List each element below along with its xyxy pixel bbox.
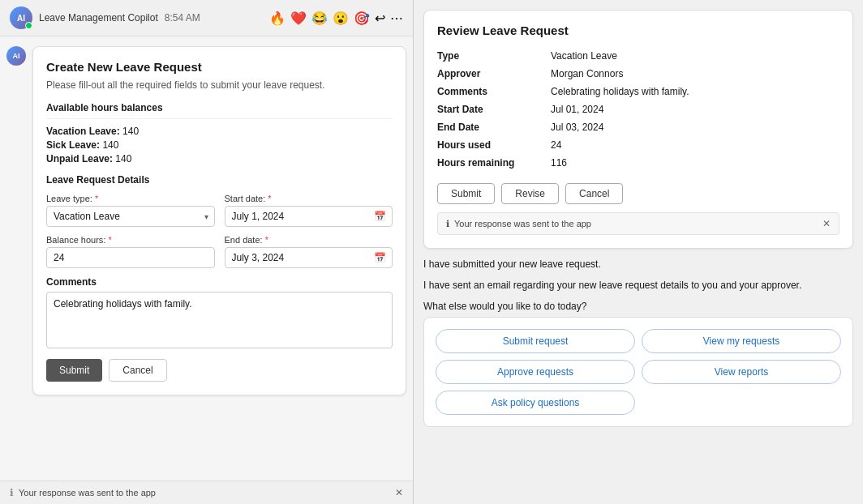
required-star-3: * xyxy=(108,235,111,245)
fire-emoji[interactable]: 🔥 xyxy=(269,11,286,26)
message-3: What else would you like to do today? xyxy=(423,299,853,314)
form-row-1: Leave type: * Vacation Leave Sick Leave … xyxy=(46,194,393,227)
field-value-hours-used: 24 xyxy=(551,136,839,154)
comments-label: Comments xyxy=(46,276,393,288)
leave-type-group: Leave type: * Vacation Leave Sick Leave … xyxy=(46,194,215,227)
sick-balance: Sick Leave: 140 xyxy=(46,139,393,151)
view-my-requests-button[interactable]: View my requests xyxy=(642,329,841,353)
details-section-title: Leave Request Details xyxy=(46,174,393,186)
table-row: Start Date Jul 01, 2024 xyxy=(437,100,839,118)
wow-emoji[interactable]: 😮 xyxy=(333,11,349,26)
online-badge xyxy=(25,22,32,29)
left-panel: AI Leave Management Copilot 8:54 AM 🔥 ❤️… xyxy=(0,0,414,504)
review-card: Review Leave Request Type Vacation Leave… xyxy=(423,10,853,249)
review-cancel-button[interactable]: Cancel xyxy=(565,183,623,204)
balance-hours-input[interactable] xyxy=(46,247,215,268)
table-row: Hours remaining 116 xyxy=(437,154,839,172)
chat-messages-right: I have submitted your new leave request.… xyxy=(423,257,853,314)
field-label-comments: Comments xyxy=(437,83,551,100)
chat-header: AI Leave Management Copilot 8:54 AM 🔥 ❤️… xyxy=(0,0,413,36)
balance-hours-group: Balance hours: * xyxy=(46,235,215,268)
field-label-hours-used: Hours used xyxy=(437,136,551,154)
start-date-input[interactable] xyxy=(225,206,393,227)
field-label-end-date: End Date xyxy=(437,118,551,136)
table-row: Type Vacation Leave xyxy=(437,47,839,65)
leave-type-select-wrapper: Vacation Leave Sick Leave Unpaid Leave ▾ xyxy=(46,206,215,227)
field-value-approver: Morgan Connors xyxy=(551,65,839,83)
form-description: Please fill-out all the required fields … xyxy=(46,79,393,92)
chat-title: Leave Management Copilot xyxy=(39,12,158,23)
right-panel: Review Leave Request Type Vacation Leave… xyxy=(414,0,863,504)
field-value-start-date: Jul 01, 2024 xyxy=(551,100,839,118)
review-table: Type Vacation Leave Approver Morgan Conn… xyxy=(437,47,839,172)
cancel-button[interactable]: Cancel xyxy=(109,359,166,382)
end-date-input[interactable] xyxy=(225,247,393,268)
avatar-initials: AI xyxy=(17,14,25,23)
field-label-type: Type xyxy=(437,47,551,65)
field-label-hours-remaining: Hours remaining xyxy=(437,154,551,172)
field-value-type: Vacation Leave xyxy=(551,47,839,65)
table-row: Hours used 24 xyxy=(437,136,839,154)
leave-request-form: Create New Leave Request Please fill-out… xyxy=(32,46,406,395)
submit-request-button[interactable]: Submit request xyxy=(436,329,635,353)
field-value-end-date: Jul 03, 2024 xyxy=(551,118,839,136)
close-notification-icon[interactable]: ✕ xyxy=(395,487,403,498)
end-date-wrapper: 📅 xyxy=(225,247,393,268)
laugh-emoji[interactable]: 😂 xyxy=(311,11,328,26)
chat-header-icons: 🔥 ❤️ 😂 😮 🎯 ↩ ⋯ xyxy=(269,11,403,26)
chat-body: AI Create New Leave Request Please fill-… xyxy=(0,36,413,481)
start-date-wrapper: 📅 xyxy=(225,206,393,227)
avatar: AI xyxy=(10,6,32,29)
vacation-balance: Vacation Leave: 140 xyxy=(46,126,393,137)
info-icon: ℹ xyxy=(10,487,14,498)
submit-button[interactable]: Submit xyxy=(46,359,102,382)
leave-type-label: Leave type: * xyxy=(46,194,215,203)
approve-requests-button[interactable]: Approve requests xyxy=(436,360,635,384)
notification-text: Your response was sent to the app xyxy=(19,488,156,498)
review-close-icon[interactable]: ✕ xyxy=(822,218,831,229)
review-info-icon: ℹ xyxy=(446,219,449,229)
more-icon[interactable]: ⋯ xyxy=(390,11,403,26)
reply-icon[interactable]: ↩ xyxy=(375,11,385,26)
unpaid-balance: Unpaid Leave: 140 xyxy=(46,153,393,164)
comments-textarea[interactable]: Celebrating holidays with family. xyxy=(46,292,393,348)
end-date-label: End date: * xyxy=(225,235,393,245)
end-date-group: End date: * 📅 xyxy=(225,235,393,268)
ask-policy-questions-button[interactable]: Ask policy questions xyxy=(436,391,635,415)
required-star-2: * xyxy=(268,194,271,203)
table-row: Approver Morgan Connors xyxy=(437,65,839,83)
start-date-label: Start date: * xyxy=(225,194,393,203)
chat-time: 8:54 AM xyxy=(165,12,200,23)
field-value-comments: Celebrating holidays with family. xyxy=(551,83,839,100)
balance-hours-label: Balance hours: * xyxy=(46,235,215,245)
form-actions: Submit Cancel xyxy=(46,359,393,382)
leave-balances: Vacation Leave: 140 Sick Leave: 140 Unpa… xyxy=(46,126,393,164)
quick-actions-card: Submit request View my requests Approve … xyxy=(423,317,853,427)
message-1: I have submitted your new leave request. xyxy=(423,257,853,271)
required-star-4: * xyxy=(265,235,268,245)
review-card-title: Review Leave Request xyxy=(437,23,839,37)
required-star: * xyxy=(95,194,98,203)
review-notification-text: Your response was sent to the app xyxy=(454,219,591,229)
leave-type-select[interactable]: Vacation Leave Sick Leave Unpaid Leave xyxy=(46,206,215,227)
form-title: Create New Leave Request xyxy=(46,60,393,74)
review-notification-bar: ℹ Your response was sent to the app ✕ xyxy=(437,212,839,235)
balances-section-title: Available hours balances xyxy=(46,102,393,119)
start-date-group: Start date: * 📅 xyxy=(225,194,393,227)
heart-emoji[interactable]: ❤️ xyxy=(290,11,307,26)
review-submit-button[interactable]: Submit xyxy=(437,183,495,204)
bot-avatar: AI xyxy=(6,46,26,66)
field-label-approver: Approver xyxy=(437,65,551,83)
left-notification-bar: ℹ Your response was sent to the app ✕ xyxy=(0,481,413,504)
view-reports-button[interactable]: View reports xyxy=(642,360,841,384)
field-label-start-date: Start Date xyxy=(437,100,551,118)
message-2: I have sent an email regarding your new … xyxy=(423,278,853,293)
table-row: End Date Jul 03, 2024 xyxy=(437,118,839,136)
quick-actions-grid: Submit request View my requests Approve … xyxy=(436,329,841,415)
field-value-hours-remaining: 116 xyxy=(551,154,839,172)
review-actions: Submit Revise Cancel xyxy=(437,183,839,204)
target-emoji[interactable]: 🎯 xyxy=(354,11,370,26)
form-row-2: Balance hours: * End date: * 📅 xyxy=(46,235,393,268)
table-row: Comments Celebrating holidays with famil… xyxy=(437,83,839,100)
review-revise-button[interactable]: Revise xyxy=(501,183,559,204)
